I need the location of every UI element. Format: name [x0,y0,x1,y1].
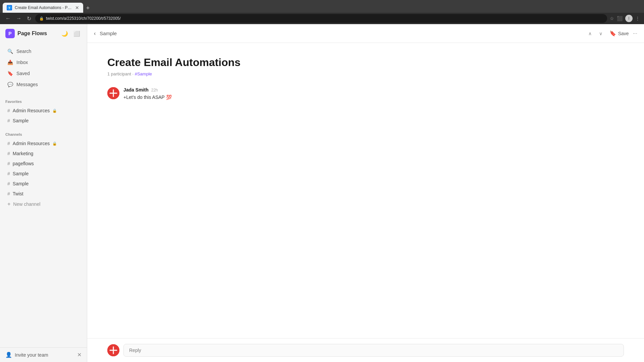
forward-nav-button[interactable]: → [15,14,23,23]
layout-toggle-button[interactable]: ⬜ [72,29,82,38]
hash-icon: # [7,181,10,186]
sidebar-item-messages[interactable]: 💬 Messages [2,79,85,90]
invite-label[interactable]: Invite your team [15,352,74,358]
thread-meta: 1 participant · #Sample [107,71,369,76]
meta-separator: · [132,71,135,76]
sidebar-ch-sample-2[interactable]: # Sample [2,179,85,188]
avatar [107,87,119,99]
search-icon: 🔍 [7,49,13,54]
prev-thread-button[interactable]: ∧ [585,29,595,38]
header-actions: ∧ ∨ 🔖 Save ··· [585,29,637,38]
participant-count: 1 participant [107,71,131,76]
svg-text:T: T [8,6,10,10]
hash-icon: # [7,161,10,166]
bookmark-icon: 🔖 [609,30,616,37]
channels-title: Channels [5,132,22,136]
sidebar-item-search[interactable]: 🔍 Search [2,46,85,57]
ch-marketing-label: Marketing [13,151,33,156]
sidebar-search-label: Search [16,49,31,54]
thread-title: Create Email Automations [107,56,369,69]
hash-icon: # [7,118,10,123]
toolbar-actions: ☆ ⬛ I ⋮ [610,15,640,22]
fav-sample-label: Sample [13,118,29,123]
sidebar-nav: 🔍 Search 📥 Inbox 🔖 Saved 💬 Messages [0,43,87,93]
invite-close-button[interactable]: ✕ [77,352,82,358]
hash-icon: # [7,171,10,176]
messages-icon: 💬 [7,82,13,87]
plus-icon: + [7,201,10,207]
sidebar-ch-admin-resources[interactable]: # Admin Resources 🔒 [2,139,85,148]
main-header: ‹ Sample ∧ ∨ 🔖 Save ··· [87,24,644,43]
bookmark-icon[interactable]: ☆ [610,16,614,21]
breadcrumb: Sample [100,31,117,36]
tab-close-button[interactable]: ✕ [75,5,79,10]
sidebar-item-inbox[interactable]: 📥 Inbox [2,57,85,68]
more-options-icon[interactable]: ⋮ [635,16,640,21]
sidebar-fav-admin-resources[interactable]: # Admin Resources 🔒 [2,106,85,115]
fav-admin-resources-label: Admin Resources [13,108,50,113]
address-bar[interactable]: 🔒 twist.com/a/225310/ch/702200/t/5732005… [35,14,607,23]
reload-button[interactable]: ↻ [25,14,33,23]
ch-pageflows-label: pageflows [13,161,34,166]
main-content: ‹ Sample ∧ ∨ 🔖 Save ··· Create Email Aut… [87,24,644,362]
sidebar-ch-marketing[interactable]: # Marketing [2,149,85,158]
app-name: Page Flows [17,31,57,37]
message-item: Jada Smith 22h +Let's do this ASAP 💯 [107,87,369,101]
hash-icon: # [7,141,10,146]
hash-icon: # [7,191,10,196]
favorites-section: Favorites [0,93,87,106]
new-channel-label: New channel [13,201,40,207]
sidebar-saved-label: Saved [16,71,30,76]
message-time: 22h [151,88,158,93]
browser-toolbar: ← → ↻ 🔒 twist.com/a/225310/ch/702200/t/5… [0,13,644,24]
sidebar-messages-label: Messages [16,82,38,87]
ssl-lock-icon: 🔒 [39,16,44,21]
app-container: P Page Flows 🌙 ⬜ 🔍 Search 📥 Inbox 🔖 Save… [0,24,644,362]
sidebar-ch-pageflows[interactable]: # pageflows [2,159,85,168]
browser-tab-active[interactable]: T Create Email Automations - Pag... ✕ [3,3,83,13]
message-header: Jada Smith 22h [123,87,369,93]
browser-tabs: T Create Email Automations - Pag... ✕ + [0,0,644,13]
sidebar-ch-sample-1[interactable]: # Sample [2,169,85,178]
message-content: Jada Smith 22h +Let's do this ASAP 💯 [123,87,369,101]
reply-container [87,338,644,362]
sidebar-fav-sample[interactable]: # Sample [2,116,85,125]
new-channel-button[interactable]: + New channel [2,199,85,209]
channel-link[interactable]: #Sample [135,71,152,76]
tab-title: Create Email Automations - Pag... [15,5,72,10]
thread-container: Create Email Automations 1 participant ·… [87,43,389,338]
channels-section: Channels [0,126,87,138]
sender-name: Jada Smith [123,87,149,93]
url-text: twist.com/a/225310/ch/702200/t/5732005/ [46,16,121,21]
sidebar-header: P Page Flows 🌙 ⬜ [0,24,87,43]
new-tab-button[interactable]: + [83,3,93,13]
more-options-button[interactable]: ··· [633,31,637,37]
theme-toggle-button[interactable]: 🌙 [60,29,69,38]
extension-icon[interactable]: ⬛ [617,16,623,21]
ch-admin-resources-label: Admin Resources [13,141,50,146]
back-nav-button[interactable]: ← [4,14,12,23]
save-label: Save [618,31,629,36]
tab-favicon: T [7,5,12,10]
sidebar-header-actions: 🌙 ⬜ [60,29,82,38]
ch-sample-2-label: Sample [13,181,29,186]
reply-input[interactable] [123,344,624,357]
sidebar-ch-twist[interactable]: # Twist [2,189,85,198]
sidebar-item-saved[interactable]: 🔖 Saved [2,68,85,79]
message-text: +Let's do this ASAP 💯 [123,94,369,101]
person-plus-icon: 👤 [5,352,12,358]
back-button[interactable]: ‹ [94,31,96,37]
app-icon: P [5,29,15,38]
sidebar: P Page Flows 🌙 ⬜ 🔍 Search 📥 Inbox 🔖 Save… [0,24,87,362]
ch-sample-1-label: Sample [13,171,29,176]
lock-icon: 🔒 [52,141,57,146]
save-button[interactable]: 🔖 Save [609,30,629,37]
hash-icon: # [7,151,10,156]
profile-icon[interactable]: I [625,15,633,22]
sidebar-footer: 👤 Invite your team ✕ [0,347,87,362]
ch-twist-label: Twist [13,191,23,196]
nav-arrows: ∧ ∨ [585,29,605,38]
saved-icon: 🔖 [7,71,13,76]
browser-chrome: T Create Email Automations - Pag... ✕ + … [0,0,644,24]
next-thread-button[interactable]: ∨ [596,29,605,38]
